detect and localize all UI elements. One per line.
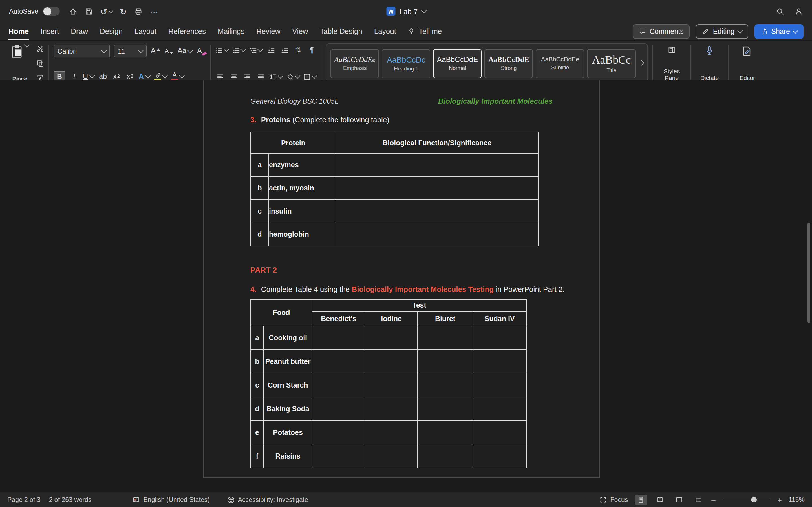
style-emphasis[interactable]: AaBbCcDdEe Emphasis <box>331 49 379 78</box>
answer-cell[interactable] <box>417 397 473 420</box>
answer-cell[interactable] <box>473 349 526 373</box>
zoom-slider-track[interactable] <box>722 499 771 500</box>
answer-cell[interactable] <box>365 444 417 468</box>
cut-icon[interactable] <box>37 45 44 52</box>
outline-view-button[interactable] <box>692 494 705 505</box>
answer-cell[interactable] <box>473 420 526 444</box>
answer-cell[interactable] <box>417 349 473 373</box>
paste-button[interactable]: Paste <box>7 43 33 83</box>
redo-icon[interactable]: ↻ <box>119 7 126 15</box>
answer-cell[interactable] <box>473 444 526 468</box>
style-strong[interactable]: AaBbCcDdE Strong <box>485 49 533 78</box>
answer-cell[interactable] <box>312 349 365 373</box>
show-paragraph-marks-button[interactable]: ¶ <box>307 45 317 56</box>
answer-cell[interactable] <box>312 326 365 349</box>
zoom-slider[interactable] <box>722 496 771 503</box>
more-icon[interactable]: ⋯ <box>150 7 158 15</box>
styles-pane-button[interactable]: Styles Pane <box>658 43 686 83</box>
dictate-button[interactable]: Dictate <box>696 43 724 83</box>
word-count[interactable]: 2 of 263 words <box>49 496 92 503</box>
copy-icon[interactable] <box>37 60 44 67</box>
font-name-select[interactable]: Calibri <box>54 45 110 57</box>
tab-design[interactable]: Design <box>100 22 123 40</box>
zoom-slider-thumb[interactable] <box>751 497 757 503</box>
document-page[interactable]: General Biology BSC 1005L Biologically I… <box>203 80 600 478</box>
bullets-button[interactable] <box>216 45 229 56</box>
sort-button[interactable]: ⇅ <box>294 45 303 56</box>
style-subtitle[interactable]: AaBbCcDdEe Subtitle <box>536 49 585 78</box>
print-layout-view-button[interactable] <box>635 494 647 505</box>
tab-view[interactable]: View <box>292 22 308 40</box>
answer-cell[interactable] <box>473 326 526 349</box>
zoom-out-button[interactable]: – <box>711 496 715 504</box>
accessibility-status[interactable]: Accessibility: Investigate <box>227 496 308 503</box>
tab-draw[interactable]: Draw <box>71 22 88 40</box>
comments-button[interactable]: Comments <box>633 24 690 39</box>
answer-cell[interactable] <box>417 420 473 444</box>
clear-formatting-button[interactable]: A <box>197 45 206 57</box>
answer-cell[interactable] <box>473 373 526 397</box>
tab-mailings[interactable]: Mailings <box>218 22 245 40</box>
account-icon[interactable] <box>795 7 803 15</box>
shrink-font-button[interactable]: A <box>164 45 174 57</box>
decrease-indent-button[interactable] <box>266 45 276 56</box>
autosave-toggle[interactable] <box>43 7 60 16</box>
titlebar: AutoSave ↺ ↻ ⋯ W Lab 7 <box>0 0 812 22</box>
answer-cell[interactable] <box>417 326 473 349</box>
tab-insert[interactable]: Insert <box>41 22 59 40</box>
divider <box>211 45 211 82</box>
home-icon[interactable] <box>69 7 77 15</box>
answer-cell[interactable] <box>365 420 417 444</box>
tell-me[interactable]: Tell me <box>408 27 442 36</box>
answer-cell[interactable] <box>312 444 365 468</box>
answer-cell[interactable] <box>417 373 473 397</box>
style-title[interactable]: AaBbCc Title <box>587 49 636 78</box>
share-button[interactable]: Share <box>754 24 804 39</box>
answer-cell[interactable] <box>365 349 417 373</box>
grow-font-button[interactable]: A <box>151 45 160 57</box>
multilevel-list-button[interactable] <box>250 45 262 56</box>
answer-cell[interactable] <box>336 223 538 246</box>
read-mode-view-button[interactable] <box>654 494 666 505</box>
undo-icon[interactable]: ↺ <box>100 7 107 15</box>
table-row: bPeanut butter <box>251 349 526 373</box>
spellcheck-status[interactable]: English (United States) <box>133 496 210 503</box>
focus-mode-button[interactable]: Focus <box>600 496 628 503</box>
change-case-button[interactable]: Aa <box>177 45 193 57</box>
increase-indent-button[interactable] <box>280 45 290 56</box>
style-normal[interactable]: AaBbCcDdE Normal <box>434 49 482 78</box>
search-icon[interactable] <box>776 7 784 15</box>
vertical-scrollbar[interactable] <box>808 223 810 323</box>
editing-mode-button[interactable]: Editing <box>696 24 748 39</box>
answer-cell[interactable] <box>312 397 365 420</box>
web-layout-view-button[interactable] <box>673 494 686 505</box>
answer-cell[interactable] <box>365 326 417 349</box>
answer-cell[interactable] <box>336 177 538 200</box>
tab-review[interactable]: Review <box>256 22 280 40</box>
font-size-select[interactable]: 11 <box>114 45 147 57</box>
tab-layout[interactable]: Layout <box>135 22 156 40</box>
zoom-in-button[interactable]: + <box>777 496 782 504</box>
document-title-menu[interactable]: W Lab 7 <box>386 7 425 16</box>
answer-cell[interactable] <box>417 444 473 468</box>
undo-chevron-icon[interactable] <box>109 8 113 13</box>
answer-cell[interactable] <box>336 154 538 177</box>
tab-table-design[interactable]: Table Design <box>320 22 362 40</box>
answer-cell[interactable] <box>473 397 526 420</box>
answer-cell[interactable] <box>312 373 365 397</box>
style-heading1[interactable]: AaBbCcDc Heading 1 <box>382 49 430 78</box>
print-icon[interactable] <box>134 7 142 15</box>
zoom-level[interactable]: 115% <box>789 496 805 503</box>
answer-cell[interactable] <box>365 373 417 397</box>
page-indicator[interactable]: Page 2 of 3 <box>7 496 41 503</box>
answer-cell[interactable] <box>336 200 538 223</box>
numbering-button[interactable] <box>233 45 246 56</box>
gallery-expand-icon[interactable] <box>639 60 645 65</box>
save-icon[interactable] <box>85 7 93 15</box>
tab-references[interactable]: References <box>168 22 206 40</box>
answer-cell[interactable] <box>365 397 417 420</box>
editor-button[interactable]: Editor <box>733 43 762 83</box>
tab-table-layout[interactable]: Layout <box>374 22 396 40</box>
tab-home[interactable]: Home <box>8 22 29 40</box>
answer-cell[interactable] <box>312 420 365 444</box>
